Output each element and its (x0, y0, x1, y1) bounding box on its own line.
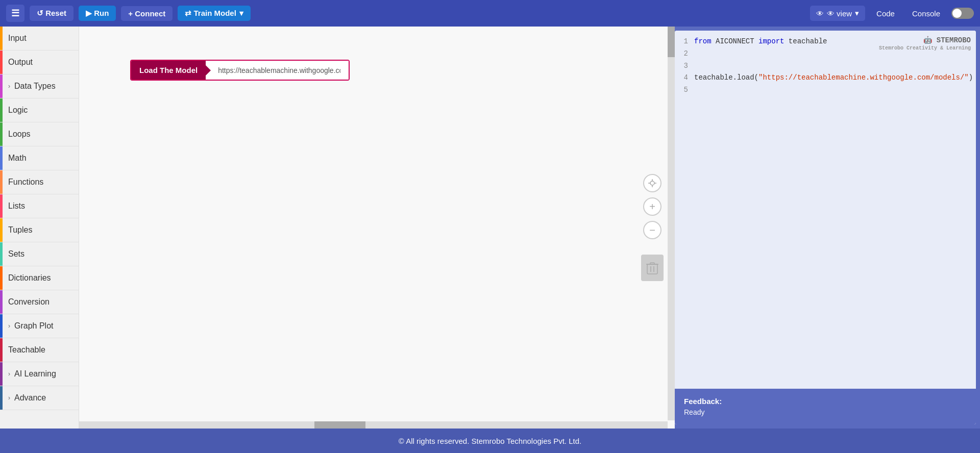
console-button[interactable]: Console (906, 6, 946, 21)
sidebar-item-label: Tuples (8, 225, 32, 235)
block-label: Load The Model (131, 61, 206, 80)
sidebar-item-label: Teachable (8, 345, 45, 355)
canvas-area[interactable]: Load The Model + − (79, 27, 675, 429)
sidebar-item-label: Graph Plot (14, 321, 53, 331)
chevron-icon: › (8, 370, 10, 377)
sidebar-item-dictionaries[interactable]: Dictionaries (0, 266, 79, 290)
sidebar-item-loops[interactable]: Loops (0, 122, 79, 146)
code-content: teachable.load("https://teachablemachine… (694, 72, 973, 84)
feedback-value: Ready (684, 408, 967, 416)
reset-button[interactable]: ↺ Reset (30, 6, 74, 21)
sidebar-item-label: Advance (14, 393, 46, 402)
sidebar-item-label: Math (8, 154, 27, 163)
stemrobo-icon: 🤖 STEMROBO (879, 36, 971, 45)
sidebar-item-conversion[interactable]: Conversion (0, 290, 79, 314)
code-content (694, 60, 698, 72)
sidebar-item-logic[interactable]: Logic (0, 98, 79, 122)
zoom-out-button[interactable]: − (643, 221, 662, 239)
line-number: 5 (680, 84, 688, 96)
line-number: 3 (680, 60, 688, 72)
plus-icon: + (649, 202, 655, 212)
menu-button[interactable]: ☰ (6, 5, 24, 22)
sidebar-item-label: Loops (8, 130, 31, 139)
toggle-knob (952, 9, 962, 18)
code-line-3: 3 (680, 60, 971, 72)
sidebar-item-tuples[interactable]: Tuples (0, 218, 79, 242)
toggle-switch[interactable] (951, 8, 974, 19)
train-model-label: ⇄ Train Model (185, 9, 236, 18)
svg-rect-5 (647, 264, 657, 274)
sidebar-item-label: Logic (8, 106, 28, 115)
scroll-thumb-v[interactable] (668, 27, 675, 57)
sidebar-item-sets[interactable]: Sets (0, 242, 79, 266)
view-arrow: ▾ (855, 9, 859, 18)
canvas-scrollbar-vertical[interactable] (668, 27, 675, 420)
view-label: 👁 view (827, 9, 852, 18)
chevron-icon: › (8, 83, 10, 90)
line-number: 4 (680, 72, 688, 84)
sidebar-item-datatypes[interactable]: › Data Types (0, 74, 79, 98)
code-line-4: 4 teachable.load("https://teachablemachi… (680, 72, 971, 84)
scroll-thumb-h[interactable] (314, 421, 365, 429)
sidebar-item-label: Conversion (8, 297, 50, 307)
toolbar-right: 👁 👁 view ▾ Code Console (810, 6, 974, 21)
sidebar-item-label: Lists (8, 202, 25, 211)
sidebar-item-teachable[interactable]: Teachable (0, 338, 79, 362)
center-canvas-button[interactable] (643, 174, 662, 192)
run-button[interactable]: ▶ Run (79, 6, 116, 21)
code-editor[interactable]: 🤖 STEMROBO Stemrobo Creativity & Learnin… (675, 31, 976, 389)
toolbar: ☰ ↺ Reset ▶ Run + Connect ⇄ Train Model … (0, 0, 980, 27)
svg-point-0 (650, 181, 654, 185)
stemrobo-logo: 🤖 STEMROBO Stemrobo Creativity & Learnin… (879, 36, 971, 52)
trash-button[interactable] (641, 255, 664, 281)
view-icon: 👁 (816, 9, 824, 18)
chevron-icon: › (8, 322, 10, 330)
code-content (694, 84, 698, 96)
canvas-controls: + − (641, 174, 664, 281)
sidebar-item-label: Input (8, 34, 27, 43)
sidebar-item-functions[interactable]: Functions (0, 170, 79, 194)
code-panel: 🤖 STEMROBO Stemrobo Creativity & Learnin… (675, 31, 976, 424)
main-area: Input Output › Data Types Logic Loops Ma… (0, 27, 980, 429)
line-number: 1 (680, 36, 688, 48)
block-url-input[interactable] (206, 61, 349, 80)
sidebar-item-label: AI Learning (14, 369, 56, 379)
footer-text: © All rights reserved. Stemrobo Technolo… (399, 437, 581, 445)
sidebar-item-ailearning[interactable]: › AI Learning (0, 362, 79, 386)
sidebar-item-input[interactable]: Input (0, 27, 79, 51)
load-model-block[interactable]: Load The Model (130, 60, 350, 81)
feedback-label: Feedback: (684, 397, 722, 406)
sidebar-item-graphplot[interactable]: › Graph Plot (0, 314, 79, 338)
sidebar-item-lists[interactable]: Lists (0, 194, 79, 218)
sidebar-item-math[interactable]: Math (0, 146, 79, 170)
train-model-arrow: ▾ (239, 9, 243, 18)
sidebar: Input Output › Data Types Logic Loops Ma… (0, 27, 79, 429)
view-button[interactable]: 👁 👁 view ▾ (810, 6, 865, 21)
footer: © All rights reserved. Stemrobo Technolo… (0, 429, 980, 453)
sidebar-item-label: Functions (8, 178, 43, 187)
code-content: from AICONNECT import teachable (694, 36, 827, 48)
connect-button[interactable]: + Connect (121, 6, 173, 21)
feedback-panel: Feedback: Ready (675, 389, 976, 424)
canvas-scrollbar-horizontal[interactable] (79, 421, 668, 429)
train-model-button[interactable]: ⇄ Train Model ▾ (178, 6, 251, 21)
sidebar-item-advance[interactable]: › Advance (0, 386, 79, 410)
code-button[interactable]: Code (870, 6, 901, 21)
minus-icon: − (649, 225, 655, 235)
sidebar-item-label: Output (8, 58, 33, 67)
chevron-icon: › (8, 394, 10, 401)
code-line-5: 5 (680, 84, 971, 96)
sidebar-item-label: Dictionaries (8, 273, 51, 283)
line-number: 2 (680, 48, 688, 60)
zoom-in-button[interactable]: + (643, 197, 662, 216)
sidebar-item-label: Sets (8, 249, 24, 259)
sidebar-item-output[interactable]: Output (0, 51, 79, 74)
sidebar-item-label: Data Types (14, 82, 56, 91)
code-content (694, 48, 698, 60)
